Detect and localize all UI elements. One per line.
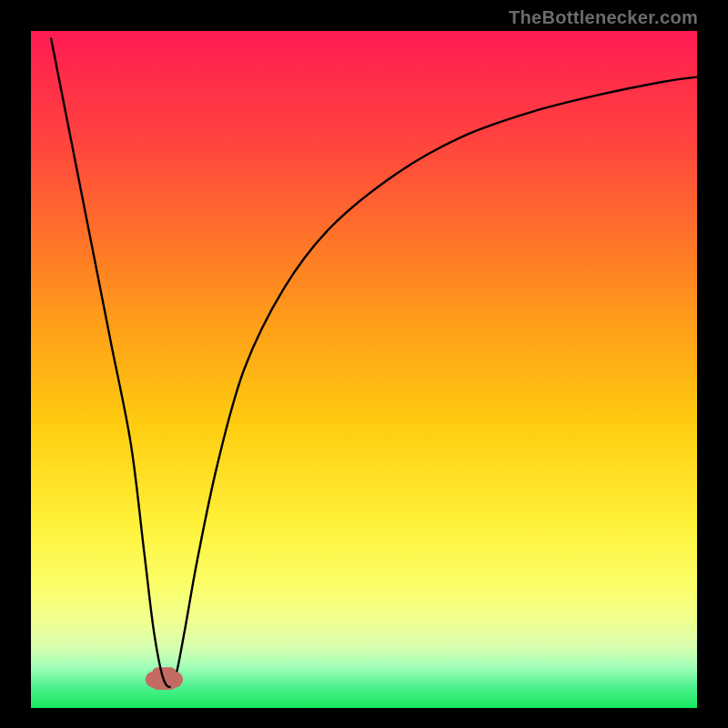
plot-area (31, 31, 697, 708)
chart-frame: TheBottlenecker.com (0, 0, 728, 728)
curve-svg (31, 31, 697, 708)
marker-left (146, 672, 162, 688)
marker-right (167, 672, 183, 688)
bottleneck-curve (51, 37, 697, 686)
attribution-text: TheBottlenecker.com (509, 7, 698, 28)
